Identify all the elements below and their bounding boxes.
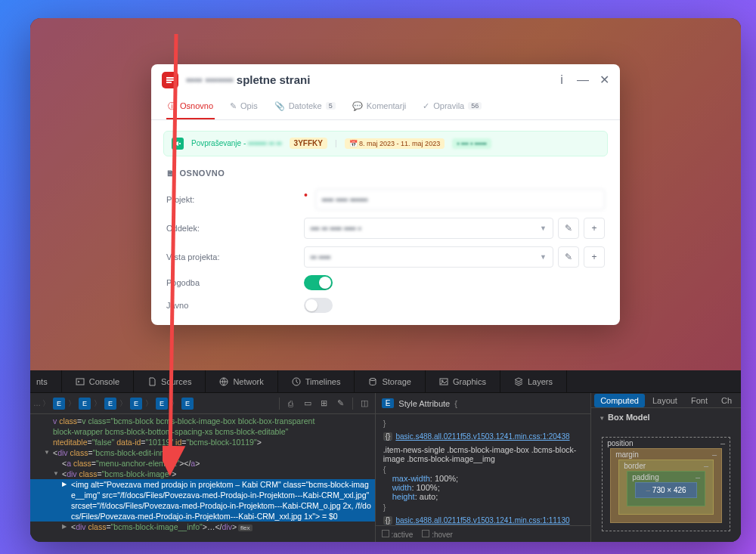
- svg-point-6: [370, 378, 376, 380]
- dialog-tabs: ⓘOsnovno ✎Opis 📎Datoteke5 💬Komentarji ✓O…: [151, 93, 620, 120]
- right-tabs: Computed Layout Font Ch: [591, 393, 741, 408]
- tab-layout[interactable]: Layout: [646, 394, 683, 407]
- dialog-title: ▪▪▪▪ ▪▪▪▪▪▪▪ spletne strani: [186, 73, 556, 86]
- print-icon[interactable]: ⎙: [284, 396, 299, 411]
- stylesheet-link[interactable]: {}basic.s488.all.0211f58.v1503.1241.min.…: [379, 513, 587, 525]
- row-pogodba: Pogodba: [151, 271, 620, 294]
- selected-dom-node[interactable]: ▶<img alt="Povezava med prodajo in proje…: [30, 479, 375, 522]
- pen-icon: ✎: [230, 101, 237, 111]
- styles-body[interactable]: } {}basic.s488.all.0211f58.v1503.1241.mi…: [376, 414, 590, 525]
- megaphone-icon: [172, 138, 184, 150]
- dialog: ▪▪▪▪ ▪▪▪▪▪▪▪ spletne strani i — ✕ ⓘOsnov…: [151, 64, 620, 325]
- tab-timelines[interactable]: Timelines: [278, 370, 355, 392]
- tab-storage[interactable]: Storage: [355, 370, 426, 392]
- devtools-tabs: nts Console Sources Network Timelines St…: [30, 370, 741, 393]
- clip-icon: 📎: [274, 101, 285, 111]
- tab-elements[interactable]: nts: [30, 370, 62, 392]
- styles-panel: EStyle Attribute { } {}basic.s488.all.02…: [376, 393, 591, 542]
- crumb[interactable]: E: [104, 398, 116, 410]
- required-dot: •: [304, 189, 308, 210]
- edit-button[interactable]: ✎: [558, 218, 579, 239]
- box-model-section: ▼Box Model: [591, 408, 741, 426]
- tab-opis[interactable]: ✎Opis: [228, 96, 259, 119]
- pseudo-filter-row: :active :hover: [376, 525, 590, 542]
- svg-rect-2: [166, 82, 172, 83]
- svg-rect-1: [166, 79, 174, 81]
- box-model: position– margin– border– padding– – 730…: [591, 426, 741, 542]
- badge-user: ▪ ▪▪▪ ▪ ▪▪▪▪▪: [452, 138, 491, 149]
- tab-computed[interactable]: Computed: [594, 394, 645, 407]
- label: Pogodba: [166, 278, 295, 287]
- devtools: nts Console Sources Network Timelines St…: [30, 370, 741, 542]
- row-oddelek: Oddelek: ▪▪▪ ▪▪ ▪▪▪▪ ▪▪▪▪ ▪▼✎+: [151, 214, 620, 243]
- filter-hover[interactable]: :hover: [422, 530, 453, 539]
- app-viewport: ▪▪▪▪ ▪▪▪▪▪▪▪ spletne strani i — ✕ ⓘOsnov…: [30, 18, 741, 370]
- add-button[interactable]: +: [584, 218, 605, 239]
- tab-komentarji[interactable]: 💬Komentarji: [351, 96, 408, 119]
- window-frame: ▪▪▪▪ ▪▪▪▪▪▪▪ spletne strani i — ✕ ⓘOsnov…: [30, 18, 741, 542]
- tab-datoteke[interactable]: 📎Datoteke5: [273, 96, 337, 119]
- badge: 5: [326, 102, 336, 110]
- phone-icon[interactable]: ▭: [300, 396, 315, 411]
- stylesheet-link[interactable]: {}basic.s488.all.0211f58.v1503.1241.min.…: [379, 429, 587, 444]
- crumb[interactable]: E: [156, 398, 168, 410]
- tab-opravila[interactable]: ✓Opravila56: [421, 96, 483, 119]
- javno-toggle[interactable]: [304, 298, 333, 313]
- svg-rect-0: [166, 77, 174, 79]
- brush-icon[interactable]: ✎: [333, 396, 349, 411]
- tab-osnovno[interactable]: ⓘOsnovno: [166, 96, 215, 119]
- dialog-app-icon: [162, 72, 178, 88]
- label: Oddelek:: [166, 224, 295, 233]
- badge-dates: 📅 8. maj 2023 - 11. maj 2023: [345, 138, 445, 149]
- crumb[interactable]: E: [130, 398, 142, 410]
- row-projekt: Projekt: •▪▪▪▪ ▪▪▪▪ ▪▪▪▪▪▪: [151, 185, 620, 214]
- crumb[interactable]: E: [181, 398, 194, 410]
- selector: .item-news-single .bcms-block-image-box …: [379, 444, 587, 465]
- info-icon: ⓘ: [168, 101, 176, 112]
- content-size: – 730 × 426: [635, 482, 697, 498]
- filter-active[interactable]: :active: [382, 530, 414, 539]
- tab-graphics[interactable]: Graphics: [426, 370, 500, 392]
- check-icon: ✓: [423, 101, 429, 111]
- chevron-down-icon: ▼: [540, 253, 547, 261]
- crumb[interactable]: E: [53, 398, 65, 410]
- row-javno: Javno: [151, 294, 620, 325]
- doc-icon: 🗎: [166, 169, 175, 178]
- elements-panel: …〉 E〉 E〉 E〉 E〉 E〉 E ⎙ ▭ ⊞ ✎ ◫: [30, 393, 376, 542]
- vrsta-select[interactable]: ▪▪ ▪▪▪▪▼: [304, 246, 553, 268]
- row-vrsta: Vrsta projekta: ▪▪ ▪▪▪▪▼✎+: [151, 243, 620, 271]
- minimize-icon[interactable]: —: [578, 75, 588, 85]
- chevron-down-icon: ▼: [540, 224, 547, 232]
- badge-code: 3YFFKY: [290, 138, 327, 149]
- close-icon[interactable]: ✕: [599, 75, 609, 85]
- tab-sources[interactable]: Sources: [134, 370, 206, 392]
- devtools-body: …〉 E〉 E〉 E〉 E〉 E〉 E ⎙ ▭ ⊞ ✎ ◫: [30, 393, 741, 542]
- tab-more[interactable]: Ch: [715, 394, 738, 407]
- tab-font[interactable]: Font: [685, 394, 714, 407]
- info-link[interactable]: Povpraševanje - ▪▪▪▪▪▪▪ ▪▪ ▪▪: [191, 139, 282, 147]
- info-bar: Povpraševanje - ▪▪▪▪▪▪▪ ▪▪ ▪▪ 3YFFKY | 📅…: [163, 131, 608, 156]
- breadcrumb-toolbar: …〉 E〉 E〉 E〉 E〉 E〉 E ⎙ ▭ ⊞ ✎ ◫: [30, 393, 375, 414]
- grid-icon[interactable]: ⊞: [317, 396, 332, 411]
- styles-header: EStyle Attribute {: [376, 393, 590, 414]
- badge: 56: [468, 102, 482, 110]
- panel-icon[interactable]: ◫: [357, 396, 372, 411]
- tab-console[interactable]: Console: [62, 370, 134, 392]
- computed-panel: Computed Layout Font Ch ▼Box Model posit…: [591, 393, 741, 542]
- crumb[interactable]: E: [79, 398, 91, 410]
- add-button[interactable]: +: [584, 246, 605, 268]
- chat-icon: 💬: [352, 101, 363, 111]
- pogodba-toggle[interactable]: [304, 275, 333, 290]
- label: Vrsta projekta:: [166, 252, 295, 262]
- label: Projekt:: [166, 195, 295, 204]
- dom-tree[interactable]: v class=v class="bcms-block bcms-block-i…: [30, 414, 375, 542]
- projekt-input[interactable]: ▪▪▪▪ ▪▪▪▪ ▪▪▪▪▪▪: [315, 189, 605, 210]
- oddelek-select[interactable]: ▪▪▪ ▪▪ ▪▪▪▪ ▪▪▪▪ ▪▼: [304, 218, 553, 239]
- tab-layers[interactable]: Layers: [500, 370, 567, 392]
- dialog-header: ▪▪▪▪ ▪▪▪▪▪▪▪ spletne strani i — ✕: [151, 64, 620, 93]
- edit-button[interactable]: ✎: [558, 246, 579, 268]
- style-attribute-label: Style Attribute: [398, 399, 450, 408]
- tab-network[interactable]: Network: [206, 370, 277, 392]
- info-icon[interactable]: i: [556, 75, 567, 85]
- section-header: 🗎OSNOVNO: [151, 164, 620, 185]
